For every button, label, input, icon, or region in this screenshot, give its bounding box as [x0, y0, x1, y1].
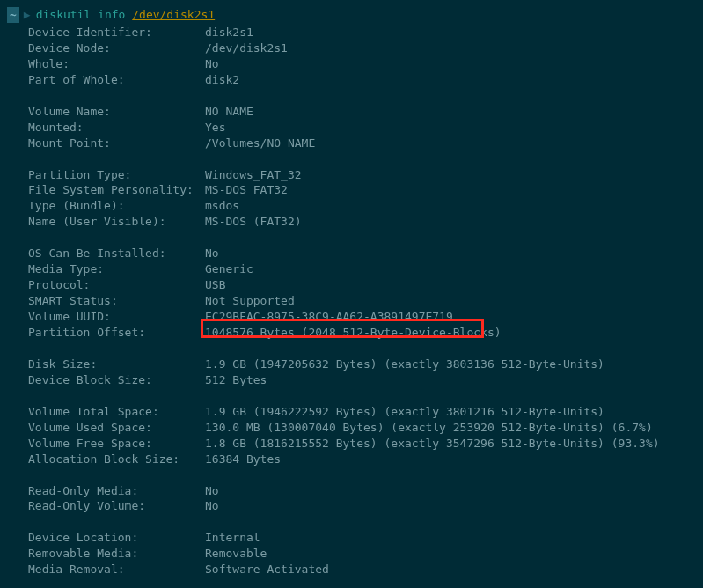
info-row: Read-Only Media:No: [7, 483, 696, 499]
blank-line: [7, 341, 696, 356]
blank-line: [7, 388, 696, 404]
info-value: 1.8 GB (1816215552 Bytes) (exactly 35472…: [205, 436, 660, 452]
command-text: diskutil info: [36, 7, 126, 23]
info-value: Removable: [205, 546, 267, 562]
info-value: MS-DOS FAT32: [205, 182, 288, 198]
info-row: Mount Point:/Volumes/NO NAME: [7, 136, 696, 151]
command-arg: /dev/disk2s1: [132, 7, 215, 23]
prompt-line: ~ ▶ diskutil info /dev/disk2s1: [7, 7, 696, 23]
info-label: Volume Name:: [28, 104, 205, 120]
info-value: disk2: [205, 72, 239, 88]
info-label: Mount Point:: [28, 136, 205, 151]
info-label: Disk Size:: [28, 356, 205, 372]
info-value: Generic: [205, 261, 253, 277]
info-value: msdos: [205, 198, 239, 214]
info-label: Device Identifier:: [28, 25, 205, 40]
info-label: SMART Status:: [28, 293, 205, 309]
info-label: Device Location:: [28, 530, 205, 546]
info-row: SMART Status:Not Supported: [7, 293, 696, 309]
info-value: No: [205, 483, 219, 499]
info-label: File System Personality:: [28, 182, 205, 198]
info-label: Media Type:: [28, 261, 205, 277]
info-row: Media Type:Generic: [7, 261, 696, 277]
info-label: Read-Only Media:: [28, 483, 205, 499]
info-label: Type (Bundle):: [28, 198, 205, 214]
info-value: Not Supported: [205, 293, 295, 309]
info-label: Whole:: [28, 56, 205, 72]
info-value: EC29BEAC-8975-38C9-AA62-A3891497E719: [205, 309, 453, 325]
info-value: /Volumes/NO NAME: [205, 136, 315, 151]
info-row: Type (Bundle):msdos: [7, 198, 696, 214]
blank-line: [7, 230, 696, 246]
info-value: 1048576 Bytes (2048 512-Byte-Device-Bloc…: [205, 325, 502, 341]
info-value: No: [205, 56, 219, 72]
info-label: Removable Media:: [28, 546, 205, 562]
info-row: Whole:No: [7, 56, 696, 72]
info-value: MS-DOS (FAT32): [205, 214, 302, 230]
info-row: OS Can Be Installed:No: [7, 246, 696, 261]
info-value: 1.9 GB (1947205632 Bytes) (exactly 38031…: [205, 356, 604, 372]
info-row: Mounted:Yes: [7, 120, 696, 136]
info-label: Partition Type:: [28, 167, 205, 183]
info-label: Volume Free Space:: [28, 436, 205, 452]
info-label: Volume UUID:: [28, 309, 205, 325]
info-row: Protocol:USB: [7, 277, 696, 293]
info-label: Part of Whole:: [28, 72, 205, 88]
info-label: Volume Total Space:: [28, 404, 205, 420]
info-row: Part of Whole:disk2: [7, 72, 696, 88]
info-row: Device Block Size:512 Bytes: [7, 372, 696, 388]
info-value: Internal: [205, 530, 260, 546]
blank-line: [7, 514, 696, 530]
info-row: Device Node:/dev/disk2s1: [7, 40, 696, 56]
terminal-window[interactable]: ~ ▶ diskutil info /dev/disk2s1 Device Id…: [7, 7, 696, 577]
info-label: OS Can Be Installed:: [28, 246, 205, 261]
info-row: Read-Only Volume:No: [7, 498, 696, 514]
info-row: Volume Free Space:1.8 GB (1816215552 Byt…: [7, 436, 696, 452]
info-row: Volume Total Space:1.9 GB (1946222592 By…: [7, 404, 696, 420]
blank-line: [7, 467, 696, 483]
info-row: File System Personality:MS-DOS FAT32: [7, 182, 696, 198]
info-value: USB: [205, 277, 225, 293]
info-row: Volume Name:NO NAME: [7, 104, 696, 120]
info-value: No: [205, 498, 219, 514]
info-label: Name (User Visible):: [28, 214, 205, 230]
info-label: Allocation Block Size:: [28, 452, 205, 467]
info-value: Windows_FAT_32: [205, 167, 302, 183]
info-label: Device Node:: [28, 40, 205, 56]
info-row: Media Removal:Software-Activated: [7, 562, 696, 577]
blank-line: [7, 151, 696, 167]
info-row: Allocation Block Size:16384 Bytes: [7, 452, 696, 467]
info-row: Removable Media:Removable: [7, 546, 696, 562]
info-row: Volume Used Space:130.0 MB (130007040 By…: [7, 420, 696, 436]
info-value: 512 Bytes: [205, 372, 267, 388]
info-label: Partition Offset:: [28, 325, 205, 341]
info-row: Partition Offset:1048576 Bytes (2048 512…: [7, 325, 696, 341]
info-label: Media Removal:: [28, 562, 205, 577]
info-label: Protocol:: [28, 277, 205, 293]
info-value: Software-Activated: [205, 562, 329, 577]
info-value: /dev/disk2s1: [205, 40, 288, 56]
blank-line: [7, 88, 696, 104]
info-row: Volume UUID:EC29BEAC-8975-38C9-AA62-A389…: [7, 309, 696, 325]
info-label: Read-Only Volume:: [28, 498, 205, 514]
info-row: Disk Size:1.9 GB (1947205632 Bytes) (exa…: [7, 356, 696, 372]
info-value: No: [205, 246, 219, 261]
info-value: Yes: [205, 120, 225, 136]
info-value: NO NAME: [205, 104, 253, 120]
info-row: Device Location:Internal: [7, 530, 696, 546]
info-label: Device Block Size:: [28, 372, 205, 388]
prompt-arrow-icon: ▶: [24, 7, 31, 23]
info-label: Volume Used Space:: [28, 420, 205, 436]
prompt-cwd: ~: [7, 7, 19, 23]
info-row: Partition Type:Windows_FAT_32: [7, 167, 696, 183]
info-label: Mounted:: [28, 120, 205, 136]
info-value: 16384 Bytes: [205, 452, 281, 467]
info-value: disk2s1: [205, 25, 253, 40]
info-value: 130.0 MB (130007040 Bytes) (exactly 2539…: [205, 420, 653, 436]
info-value: 1.9 GB (1946222592 Bytes) (exactly 38012…: [205, 404, 604, 420]
info-row: Name (User Visible):MS-DOS (FAT32): [7, 214, 696, 230]
info-row: Device Identifier:disk2s1: [7, 25, 696, 40]
command-output: Device Identifier:disk2s1Device Node:/de…: [7, 25, 696, 577]
